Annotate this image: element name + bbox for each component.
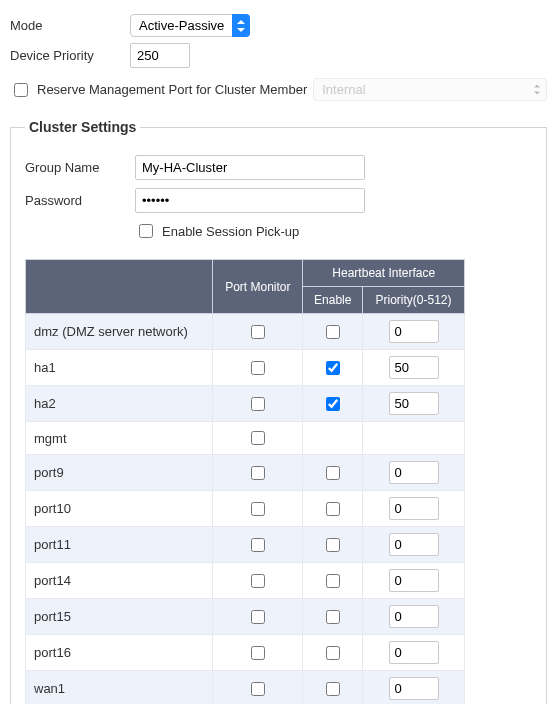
- col-heartbeat: Heartbeat Interface: [303, 260, 465, 287]
- cluster-settings-legend: Cluster Settings: [25, 119, 140, 135]
- port-monitor-checkbox[interactable]: [251, 325, 265, 339]
- port-monitor-checkbox[interactable]: [251, 646, 265, 660]
- col-hb-priority: Priority(0-512): [363, 287, 465, 314]
- port-monitor-checkbox[interactable]: [251, 466, 265, 480]
- hb-priority-input[interactable]: [389, 677, 439, 700]
- hb-enable-checkbox[interactable]: [326, 574, 340, 588]
- interfaces-table: Port Monitor Heartbeat Interface Enable …: [25, 259, 465, 704]
- table-row: ha2: [26, 386, 465, 422]
- table-row: port15: [26, 599, 465, 635]
- hb-enable-checkbox[interactable]: [326, 610, 340, 624]
- hb-priority-input[interactable]: [389, 320, 439, 343]
- port-monitor-checkbox[interactable]: [251, 574, 265, 588]
- hb-enable-checkbox[interactable]: [326, 361, 340, 375]
- hb-priority-input[interactable]: [389, 569, 439, 592]
- port-monitor-checkbox[interactable]: [251, 538, 265, 552]
- table-row: port11: [26, 527, 465, 563]
- table-row: port10: [26, 491, 465, 527]
- device-priority-label: Device Priority: [10, 48, 130, 63]
- iface-name: ha2: [26, 386, 213, 422]
- port-monitor-checkbox[interactable]: [251, 610, 265, 624]
- col-port-monitor: Port Monitor: [213, 260, 303, 314]
- iface-name: wan1: [26, 671, 213, 705]
- table-row: mgmt: [26, 422, 465, 455]
- device-priority-input[interactable]: [130, 43, 190, 68]
- port-monitor-checkbox[interactable]: [251, 397, 265, 411]
- reserve-port-select: Internal: [313, 78, 547, 101]
- hb-priority-input[interactable]: [389, 461, 439, 484]
- iface-name: port11: [26, 527, 213, 563]
- iface-name: ha1: [26, 350, 213, 386]
- hb-priority-input[interactable]: [389, 641, 439, 664]
- mode-label: Mode: [10, 18, 130, 33]
- hb-enable-checkbox[interactable]: [326, 646, 340, 660]
- hb-priority-input[interactable]: [389, 356, 439, 379]
- table-row: port14: [26, 563, 465, 599]
- cluster-settings-fieldset: Cluster Settings Group Name Password Ena…: [10, 119, 547, 704]
- session-pickup-checkbox[interactable]: [139, 224, 153, 238]
- hb-priority-input[interactable]: [389, 392, 439, 415]
- hb-priority-input[interactable]: [389, 605, 439, 628]
- iface-name: port9: [26, 455, 213, 491]
- password-input[interactable]: [135, 188, 365, 213]
- mode-select[interactable]: Active-Passive: [130, 14, 250, 37]
- iface-name: port16: [26, 635, 213, 671]
- port-monitor-checkbox[interactable]: [251, 431, 265, 445]
- group-name-label: Group Name: [25, 160, 135, 175]
- reserve-port-label: Reserve Management Port for Cluster Memb…: [37, 82, 307, 97]
- port-monitor-checkbox[interactable]: [251, 682, 265, 696]
- password-label: Password: [25, 193, 135, 208]
- group-name-input[interactable]: [135, 155, 365, 180]
- port-monitor-checkbox[interactable]: [251, 502, 265, 516]
- hb-enable-checkbox[interactable]: [326, 682, 340, 696]
- iface-name: port15: [26, 599, 213, 635]
- iface-name: mgmt: [26, 422, 213, 455]
- table-row: ha1: [26, 350, 465, 386]
- reserve-port-checkbox[interactable]: [14, 83, 28, 97]
- hb-priority-input[interactable]: [389, 497, 439, 520]
- hb-priority-input[interactable]: [389, 533, 439, 556]
- hb-enable-checkbox[interactable]: [326, 397, 340, 411]
- hb-enable-checkbox[interactable]: [326, 538, 340, 552]
- iface-name: port10: [26, 491, 213, 527]
- col-blank: [26, 260, 213, 314]
- table-row: wan1: [26, 671, 465, 705]
- hb-enable-checkbox[interactable]: [326, 466, 340, 480]
- session-pickup-label: Enable Session Pick-up: [162, 224, 299, 239]
- hb-enable-checkbox[interactable]: [326, 502, 340, 516]
- col-hb-enable: Enable: [303, 287, 363, 314]
- port-monitor-checkbox[interactable]: [251, 361, 265, 375]
- table-row: port16: [26, 635, 465, 671]
- iface-name: dmz (DMZ server network): [26, 314, 213, 350]
- hb-enable-checkbox[interactable]: [326, 325, 340, 339]
- table-row: dmz (DMZ server network): [26, 314, 465, 350]
- table-row: port9: [26, 455, 465, 491]
- iface-name: port14: [26, 563, 213, 599]
